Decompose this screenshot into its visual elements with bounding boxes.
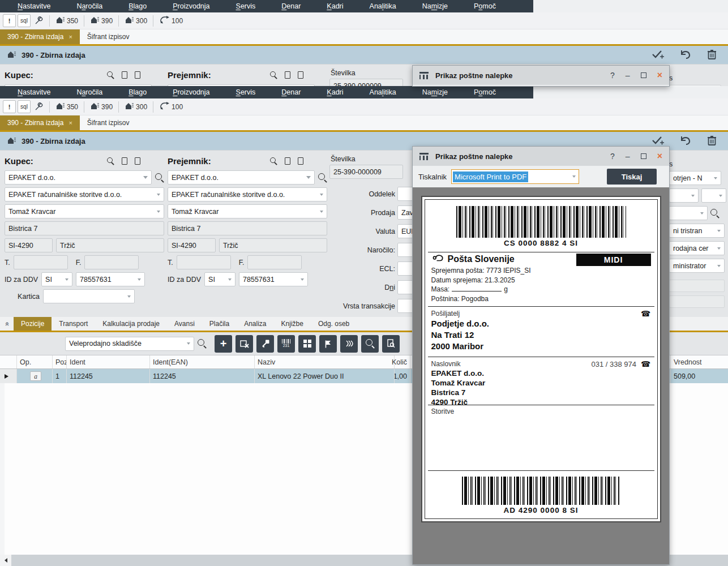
kupec-company-combo[interactable]: EPAKET računalniške storitve d.o.o. bbox=[5, 187, 164, 201]
grid-view-button[interactable] bbox=[298, 335, 316, 353]
transfer-100-button[interactable]: 100 bbox=[157, 16, 185, 26]
document-icon[interactable] bbox=[135, 157, 140, 165]
menu-item-nastavitve[interactable]: Nastavitve bbox=[5, 86, 63, 98]
dialog-title-bar[interactable]: Prikaz poštne nalepke ? – × bbox=[413, 66, 669, 85]
barcode-scanner-button[interactable] bbox=[256, 335, 274, 353]
shortcut-350-button[interactable]: 350 bbox=[54, 16, 80, 25]
menu-item-namizje[interactable]: Namizje bbox=[409, 86, 461, 98]
kupec-partner-combo[interactable]: EPAKET d.o.o. bbox=[5, 170, 152, 185]
oseba-combo[interactable]: ministrator bbox=[669, 259, 725, 273]
detail-tab-analiza[interactable]: Analiza bbox=[237, 317, 273, 331]
prejemnik-partner-combo[interactable]: EPAKET d.o.o. bbox=[168, 170, 315, 185]
cenik-combo[interactable]: rodajna cer bbox=[669, 241, 725, 255]
exclamation-button[interactable]: ! bbox=[3, 100, 16, 113]
shortcut-350-button[interactable]: 350 bbox=[54, 102, 80, 112]
note-icon[interactable]: a bbox=[30, 371, 41, 381]
search-icon[interactable] bbox=[198, 339, 207, 348]
document-tab-0[interactable]: 390 - Zbirna izdaja× bbox=[0, 115, 80, 130]
menu-item-analitika[interactable]: Analitika bbox=[357, 86, 409, 98]
kupec-vat-prefix-combo[interactable]: SI bbox=[41, 272, 72, 286]
document-icon[interactable] bbox=[298, 71, 303, 79]
shortcut-300-button[interactable]: 300 bbox=[123, 102, 149, 112]
warehouse-combo[interactable]: Veleprodajno skladišče bbox=[65, 337, 194, 351]
menu-item-nastavitve[interactable]: Nastavitve bbox=[5, 0, 63, 12]
tab-close-icon[interactable]: × bbox=[68, 33, 72, 40]
sql-button[interactable]: sql bbox=[18, 100, 31, 113]
menu-item-naročila[interactable]: Naročila bbox=[63, 86, 115, 98]
menu-item-pomoč[interactable]: Pomoč bbox=[461, 86, 509, 98]
prejemnik-vat-prefix-combo[interactable]: SI bbox=[204, 272, 235, 286]
preview-document-button[interactable] bbox=[382, 335, 400, 353]
document-icon[interactable] bbox=[122, 71, 127, 79]
document-tab-1[interactable]: Šifrant izpisov bbox=[80, 29, 137, 44]
kartica-combo[interactable] bbox=[43, 289, 135, 303]
kupec-contact-combo[interactable]: Tomaž Kravcar bbox=[5, 204, 164, 218]
menu-item-servis[interactable]: Servis bbox=[223, 0, 269, 12]
document-icon[interactable] bbox=[122, 157, 127, 165]
document-tab-0[interactable]: 390 - Zbirna izdaja× bbox=[0, 29, 80, 44]
kupec-vat-number-combo[interactable]: 78557631 bbox=[76, 272, 145, 286]
detail-tab-pla-ila[interactable]: Plačila bbox=[202, 317, 237, 331]
menu-item-pomoč[interactable]: Pomoč bbox=[461, 0, 509, 12]
document-icon[interactable] bbox=[298, 157, 303, 165]
shortcut-300-button[interactable]: 300 bbox=[123, 16, 149, 25]
delete-row-button[interactable] bbox=[235, 335, 253, 353]
undo-icon[interactable] bbox=[679, 50, 692, 61]
trash-icon[interactable] bbox=[707, 49, 717, 61]
menu-item-denar[interactable]: Denar bbox=[268, 86, 314, 98]
tristran-combo[interactable]: ni tristran bbox=[669, 224, 725, 238]
prejemnik-company-combo[interactable]: EPAKET računalniške storitve d.o.o. bbox=[168, 187, 327, 201]
confirm-plus-icon[interactable] bbox=[651, 49, 664, 61]
menu-item-denar[interactable]: Denar bbox=[268, 0, 314, 12]
edge-combo[interactable] bbox=[701, 188, 726, 203]
detail-tab-avansi[interactable]: Avansi bbox=[167, 317, 202, 331]
prejemnik-phone-field[interactable] bbox=[177, 255, 231, 269]
whisk-button[interactable] bbox=[32, 100, 45, 113]
search-icon[interactable] bbox=[710, 209, 720, 218]
search-icon[interactable] bbox=[107, 157, 114, 165]
barcode-231-button[interactable]: 231 bbox=[277, 335, 295, 353]
transfer-100-button[interactable]: 100 bbox=[157, 102, 185, 112]
menu-item-proizvodnja[interactable]: Proizvodnja bbox=[160, 86, 222, 98]
detail-tab-kalkulacija-prodaje[interactable]: Kalkulacija prodaje bbox=[95, 317, 167, 331]
detail-tab-knji-be[interactable]: Knjižbe bbox=[274, 317, 311, 331]
menu-item-servis[interactable]: Servis bbox=[223, 86, 269, 98]
detail-tab-pozicije[interactable]: Pozicije bbox=[14, 317, 52, 331]
status-combo[interactable]: otrjen - N bbox=[669, 171, 721, 185]
kupec-city-field[interactable]: Tržič bbox=[56, 238, 164, 252]
close-button[interactable]: × bbox=[657, 151, 662, 161]
menu-item-kadri[interactable]: Kadri bbox=[314, 0, 356, 12]
kupec-fax-field[interactable] bbox=[84, 255, 139, 269]
trash-icon[interactable] bbox=[707, 135, 717, 147]
prejemnik-postal-field[interactable]: SI-4290 bbox=[168, 238, 216, 252]
prejemnik-street-field[interactable]: Bistrica 7 bbox=[168, 221, 327, 235]
maximize-button[interactable] bbox=[641, 72, 646, 78]
document-tab-1[interactable]: Šifrant izpisov bbox=[80, 115, 137, 130]
menu-item-analitika[interactable]: Analitika bbox=[357, 0, 409, 12]
search-icon[interactable] bbox=[107, 71, 114, 79]
menu-item-proizvodnja[interactable]: Proizvodnja bbox=[160, 0, 222, 12]
kupec-phone-field[interactable] bbox=[14, 255, 68, 269]
search-button[interactable] bbox=[361, 335, 379, 353]
print-button[interactable]: Tiskaj bbox=[607, 169, 657, 185]
menu-item-kadri[interactable]: Kadri bbox=[314, 86, 356, 98]
close-button[interactable]: × bbox=[657, 70, 662, 80]
tab-close-icon[interactable]: × bbox=[68, 119, 72, 126]
detail-tab-odg-oseb[interactable]: Odg. oseb bbox=[311, 317, 357, 331]
exclamation-button[interactable]: ! bbox=[3, 14, 16, 27]
scroll-left-button[interactable] bbox=[0, 555, 11, 566]
document-icon[interactable] bbox=[285, 157, 290, 165]
shortcut-390-button[interactable]: 390 bbox=[88, 102, 114, 112]
waves-button[interactable] bbox=[340, 335, 358, 353]
prejemnik-vat-number-combo[interactable]: 78557631 bbox=[239, 272, 308, 286]
search-icon[interactable] bbox=[270, 71, 277, 79]
search-icon[interactable] bbox=[318, 173, 327, 182]
kupec-street-field[interactable]: Bistrica 7 bbox=[5, 221, 164, 235]
help-button[interactable]: ? bbox=[610, 152, 615, 161]
detail-tab-transport[interactable]: Transport bbox=[52, 317, 95, 331]
minimize-button[interactable]: – bbox=[626, 152, 630, 161]
search-icon[interactable] bbox=[270, 157, 277, 165]
prejemnik-city-field[interactable]: Tržič bbox=[219, 238, 327, 252]
undo-icon[interactable] bbox=[679, 136, 692, 147]
help-button[interactable]: ? bbox=[610, 71, 615, 80]
